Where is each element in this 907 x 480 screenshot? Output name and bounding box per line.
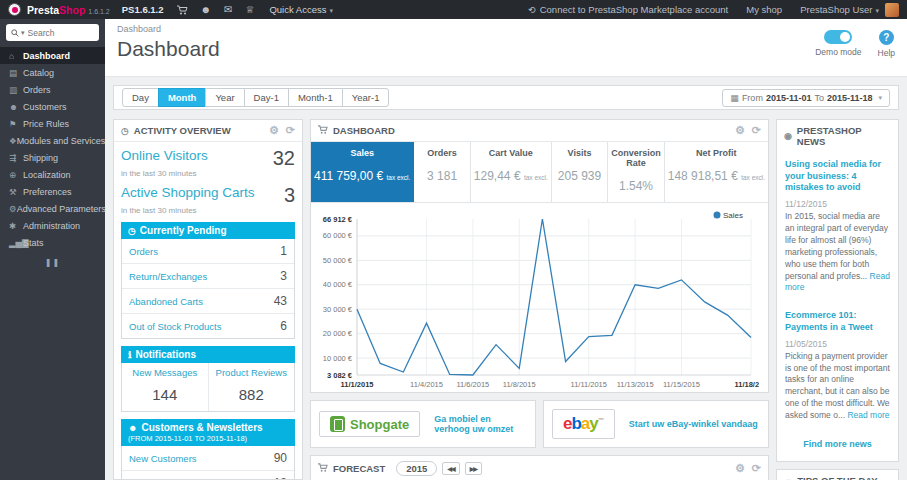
- shopgate-ad[interactable]: Shopgate Ga mobiel en verhoog uw omzet: [310, 400, 536, 448]
- news-item: Using social media for your business: 4 …: [785, 152, 890, 303]
- returns-link[interactable]: Return/Exchanges: [129, 271, 207, 282]
- svg-text:11/15/2015: 11/15/2015: [663, 380, 700, 389]
- svg-text:30 000 €: 30 000 €: [323, 305, 353, 314]
- tab-year-1[interactable]: Year-1: [342, 88, 390, 107]
- sidebar-item-modules[interactable]: ❖Modules and Services: [0, 132, 105, 149]
- search-input[interactable]: [28, 28, 94, 38]
- news-item-date: 11/12/2015: [785, 199, 890, 209]
- sidebar-collapse-button[interactable]: ❚❚: [0, 258, 105, 267]
- my-shop-link[interactable]: My shop: [746, 4, 782, 15]
- user-menu[interactable]: PrestaShop User▾: [800, 4, 879, 15]
- prestashop-logo[interactable]: [8, 3, 21, 16]
- chevron-down-icon: ▾: [329, 7, 333, 14]
- find-more-news-link[interactable]: Find more news: [777, 431, 898, 461]
- svg-text:11/18/201: 11/18/201: [735, 380, 759, 389]
- kpi-visits[interactable]: Visits 205 939: [552, 142, 608, 202]
- bar-chart-icon: ▂▅▇: [9, 238, 23, 248]
- tab-month-1[interactable]: Month-1: [288, 88, 343, 107]
- news-item-title[interactable]: Ecommerce 101: Payments in a Tweet: [785, 310, 890, 333]
- active-carts-row: Active Shopping Carts 3: [121, 185, 295, 205]
- forecast-title: FORECAST: [333, 463, 385, 474]
- ebay-link[interactable]: Start uw eBay-winkel vandaag: [629, 419, 758, 429]
- sidebar-item-catalog[interactable]: ▤Catalog: [0, 64, 105, 81]
- shopgate-logo: Shopgate: [319, 411, 420, 437]
- search-scope-caret[interactable]: ▾: [21, 29, 25, 37]
- sidebar-item-shipping[interactable]: ⇶Shipping: [0, 149, 105, 166]
- out-of-stock-link[interactable]: Out of Stock Products: [129, 321, 221, 332]
- kpi-conversion-rate[interactable]: Conversion Rate 1.54%: [608, 142, 665, 202]
- brand-shop: Shop: [59, 4, 85, 16]
- tab-month[interactable]: Month: [158, 88, 207, 107]
- tag-icon: ⚑: [9, 119, 23, 129]
- ebay-ad[interactable]: ebay™ Start uw eBay-winkel vandaag: [543, 400, 769, 448]
- list-item: Abandoned Carts43: [122, 288, 294, 313]
- kpi-cart-value[interactable]: Cart Value 129,44 € tax excl.: [471, 142, 552, 202]
- calendar-icon: ▦: [730, 93, 739, 103]
- svg-text:66 912 €: 66 912 €: [323, 215, 353, 224]
- list-item: Out of Stock Products6: [122, 313, 294, 338]
- trophy-icon[interactable]: ♕: [245, 5, 254, 15]
- marketplace-link[interactable]: ⟲Connect to PrestaShop Marketplace accou…: [528, 4, 728, 15]
- refresh-icon[interactable]: ⟳: [752, 125, 761, 136]
- tab-day[interactable]: Day: [122, 88, 159, 107]
- customers-section-sub: (FROM 2015-11-01 TO 2015-11-18): [128, 434, 288, 443]
- read-more-link[interactable]: Read more: [847, 410, 889, 420]
- refresh-icon[interactable]: ⟳: [286, 125, 295, 136]
- shopgate-link[interactable]: Ga mobiel en verhoog uw omzet: [434, 414, 527, 434]
- svg-text:11/4/2015: 11/4/2015: [410, 380, 443, 389]
- refresh-icon[interactable]: ⟳: [752, 463, 761, 474]
- news-item-date: 11/05/2015: [785, 339, 890, 349]
- cart-icon[interactable]: [177, 5, 188, 15]
- sidebar-item-advanced-parameters[interactable]: ⚙Advanced Parameters: [0, 200, 105, 217]
- page-header: Dashboard Dashboard Demo mode ? Help: [105, 19, 907, 77]
- orders-link[interactable]: Orders: [129, 246, 158, 257]
- sidebar-item-price-rules[interactable]: ⚑Price Rules: [0, 115, 105, 132]
- gear-icon[interactable]: ⚙: [735, 463, 745, 474]
- kpi-orders[interactable]: Orders 3 181: [414, 142, 470, 202]
- sidebar-item-dashboard[interactable]: ⌂Dashboard: [0, 47, 105, 64]
- topbar: PrestaShop1.6.1.2 PS1.6.1.2 ☻ ✉ ♕ Quick …: [0, 0, 907, 19]
- mail-icon[interactable]: ✉: [224, 5, 232, 15]
- gear-icon[interactable]: ⚙: [735, 125, 745, 136]
- abandoned-carts-link[interactable]: Abandoned Carts: [129, 296, 203, 307]
- user-icon: ☻: [128, 423, 137, 433]
- kpi-sales[interactable]: Sales 411 759,00 € tax excl.: [311, 142, 414, 202]
- sidebar-item-stats[interactable]: ▂▅▇Stats: [0, 234, 105, 251]
- news-item: Ecommerce 101: Payments in a Tweet 11/05…: [785, 303, 890, 431]
- puzzle-icon: ❖: [9, 136, 17, 146]
- help-label: Help: [878, 48, 895, 58]
- tab-year[interactable]: Year: [205, 88, 244, 107]
- news-item-title[interactable]: Using social media for your business: 4 …: [785, 159, 890, 194]
- date-range-picker[interactable]: ▦ From 2015-11-01 To 2015-11-18 ▾: [722, 89, 890, 107]
- sidebar-item-customers[interactable]: ☻Customers: [0, 98, 105, 115]
- tips-of-the-day-panel: ☼ TIPS OF THE DAY ingenico Payment servi…: [776, 469, 899, 480]
- demo-mode-toggle[interactable]: [824, 30, 852, 44]
- news-title: PRESTASHOP NEWS: [797, 125, 891, 147]
- help-icon[interactable]: ?: [879, 30, 894, 45]
- tab-day-1[interactable]: Day-1: [244, 88, 289, 107]
- product-reviews-link[interactable]: Product Reviews: [211, 367, 293, 378]
- sidebar-item-localization[interactable]: ⊕Localization: [0, 166, 105, 183]
- active-carts-link[interactable]: Active Shopping Carts: [121, 185, 255, 200]
- svg-text:11/1/2015: 11/1/2015: [341, 380, 374, 389]
- online-visitors-link[interactable]: Online Visitors: [121, 148, 208, 163]
- previous-year-button[interactable]: ◀◀: [442, 462, 459, 475]
- list-item: Orders1: [122, 239, 294, 263]
- quick-access-menu[interactable]: Quick Access▾: [269, 4, 333, 15]
- sidebar-item-preferences[interactable]: ⚒Preferences: [0, 183, 105, 200]
- ebay-logo: ebay™: [552, 409, 615, 439]
- sidebar-item-administration[interactable]: ✱Administration: [0, 217, 105, 234]
- sidebar-item-orders[interactable]: ▥Orders: [0, 81, 105, 98]
- next-year-button[interactable]: ▶▶: [465, 462, 482, 475]
- employee-icon[interactable]: ☻: [201, 5, 212, 15]
- forecast-year[interactable]: 2015: [396, 461, 437, 476]
- svg-text:40 000 €: 40 000 €: [323, 280, 353, 289]
- new-customers-link[interactable]: New Customers: [129, 453, 197, 464]
- user-avatar[interactable]: [885, 3, 899, 17]
- pending-section-header: ◷Currently Pending: [121, 222, 295, 239]
- gear-icon[interactable]: ⚙: [269, 125, 279, 136]
- chevron-down-icon: ▾: [878, 94, 882, 102]
- rss-icon: ◉: [784, 131, 792, 141]
- new-messages-link[interactable]: New Messages: [124, 367, 206, 378]
- kpi-net-profit[interactable]: Net Profit 148 918,51 € tax excl.: [665, 142, 768, 202]
